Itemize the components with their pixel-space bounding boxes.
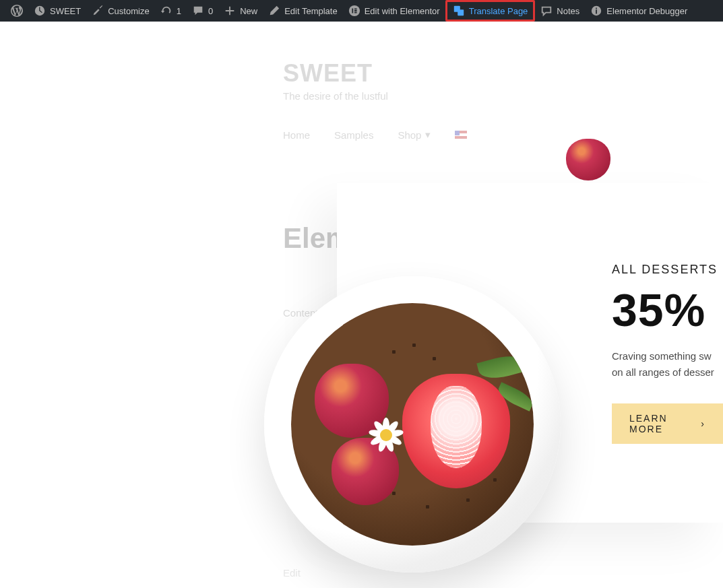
translate-page-link[interactable]: Translate Page xyxy=(445,0,536,22)
page-content: SWEET The desire of the lustful Home Sam… xyxy=(0,22,723,588)
raspberry-decor xyxy=(566,139,610,181)
nav-shop-label: Shop xyxy=(398,129,421,141)
edit-elementor-link[interactable]: Edit with Elementor xyxy=(343,0,445,22)
info-icon xyxy=(590,5,602,17)
notes-icon xyxy=(540,5,553,17)
paintbrush-icon xyxy=(92,5,104,17)
customize-link[interactable]: Customize xyxy=(86,0,154,22)
notes-link[interactable]: Notes xyxy=(535,0,585,22)
dashboard-icon xyxy=(34,5,46,17)
nav-shop[interactable]: Shop ▾ xyxy=(398,129,431,141)
learn-more-label: LEARN MORE xyxy=(629,413,694,434)
customize-label: Customize xyxy=(108,6,149,16)
hero-desc-line1: Craving something sw xyxy=(612,348,723,364)
hero-copy: ALL DESSERTS 35% Craving something sw on… xyxy=(612,263,723,444)
elementor-debugger-label: Elementor Debugger xyxy=(606,6,687,16)
svg-rect-2 xyxy=(458,9,464,15)
plus-icon xyxy=(224,5,236,17)
site-name-text: SWEET xyxy=(50,6,81,16)
chevron-down-icon: ▾ xyxy=(425,129,431,141)
hero-desc-line2: on all ranges of desser xyxy=(612,364,723,381)
edit-template-link[interactable]: Edit Template xyxy=(263,0,343,22)
site-tagline: The desire of the lustful xyxy=(283,90,723,102)
notes-label: Notes xyxy=(557,6,579,16)
comments-link[interactable]: 0 xyxy=(187,0,218,22)
wp-logo[interactable] xyxy=(5,0,28,22)
updates-count: 1 xyxy=(177,6,181,16)
site-title: SWEET xyxy=(283,59,723,88)
nav-home[interactable]: Home xyxy=(283,129,310,141)
wordpress-icon xyxy=(11,5,23,17)
new-link[interactable]: New xyxy=(218,0,263,22)
dessert-bowl-image xyxy=(264,276,561,573)
hero-eyebrow: ALL DESSERTS xyxy=(612,263,723,277)
learn-more-button[interactable]: LEARN MORE › xyxy=(612,403,723,444)
wp-admin-bar: SWEET Customize 1 0 New Edit Template Ed… xyxy=(0,0,723,22)
nav-samples[interactable]: Samples xyxy=(334,129,373,141)
edit-template-label: Edit Template xyxy=(284,6,338,16)
translate-page-label: Translate Page xyxy=(469,6,528,16)
elementor-icon xyxy=(348,5,360,17)
us-flag-icon xyxy=(455,131,467,139)
hero-headline: 35% xyxy=(612,284,723,336)
updates-link[interactable]: 1 xyxy=(155,0,187,22)
site-name-link[interactable]: SWEET xyxy=(28,0,86,22)
translate-icon xyxy=(453,5,465,17)
comment-icon xyxy=(192,5,204,17)
edit-elementor-label: Edit with Elementor xyxy=(365,6,440,16)
nav-language[interactable] xyxy=(455,131,467,139)
chevron-right-icon: › xyxy=(701,418,705,429)
hero-desc: Craving something sw on all ranges of de… xyxy=(612,348,723,381)
new-label: New xyxy=(240,6,257,16)
pencil-icon xyxy=(268,5,280,17)
site-header: SWEET The desire of the lustful Home Sam… xyxy=(0,22,723,141)
elementor-debugger-link[interactable]: Elementor Debugger xyxy=(585,0,693,22)
main-nav: Home Samples Shop ▾ xyxy=(283,129,723,141)
comments-count: 0 xyxy=(208,6,213,16)
updates-icon xyxy=(160,5,172,17)
